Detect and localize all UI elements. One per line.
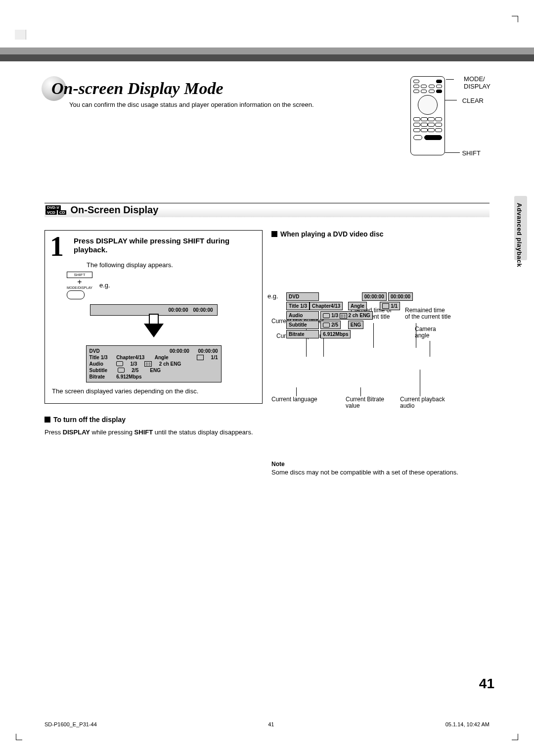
footer-center: 41 [268,721,274,727]
callout-language: Current language [271,396,317,403]
camera-icon [197,355,204,360]
spine-mark [15,30,26,40]
callout-line [296,387,297,396]
dolby-icon: ▯▯ [340,313,347,319]
gradient-bar-1 [0,47,534,54]
page-intro: You can confirm the disc usage status an… [69,101,336,109]
left-column: 1 Press DISPLAY while pressing SHIFT dur… [44,230,263,476]
callout-line [445,152,460,153]
section-bar: DVD-V VCDCD On-Screen Display [44,203,490,217]
eg-label: e.g. [99,282,110,289]
eg-label: e.g. [267,292,278,300]
page-title: On-screen Display Mode [51,79,490,98]
remote-label-shift: SHIFT [462,149,481,157]
camera-icon [382,303,389,309]
step-number: 1 [50,233,64,260]
step-box: 1 Press DISPLAY while pressing SHIFT dur… [44,230,263,404]
disc-type-badges: DVD-V VCDCD [45,205,66,215]
turn-off-text: Press DISPLAY while pressing SHIFT until… [44,428,263,436]
speech-icon [116,361,123,366]
page-number: 41 [479,676,494,692]
crop-mark [16,734,22,740]
gradient-bar-2 [0,54,534,61]
crop-mark [512,734,518,740]
osd-large: DVD00:00:00 00:00:00 Title 1/3 Chapter4/… [86,345,222,382]
right-column: When playing a DVD video disc Current ti… [271,230,490,476]
callout-line [420,370,420,396]
dvd-heading: When playing a DVD video disc [271,230,490,238]
section-heading: On-Screen Display [70,204,158,216]
callout-bitrate: Current Bitrate value [346,396,384,410]
note-heading: Note [271,461,490,468]
shift-key-icon: SHIFT + MODE/DISPLAY [67,272,92,299]
callout-line [445,100,457,100]
step-subtext: The following display appears. [87,261,255,269]
osd-annotated: e.g. DVD 00:00:00 00:00:00 Title 1/3Chap… [286,292,440,338]
callout-line [323,338,324,357]
callout-line [430,341,430,357]
speech-icon [323,313,330,318]
side-tab: Advanced playback [516,203,523,267]
down-arrow-icon [144,324,164,337]
step-title: Press DISPLAY while pressing SHIFT durin… [74,236,255,254]
footer-left: SD-P1600_E_P31-44 [44,721,97,727]
dolby-icon: ▯▯ [144,361,152,367]
crop-mark [512,16,518,22]
turn-off-heading: To turn off the display [44,416,263,424]
speech-icon [323,323,330,328]
callout-line [360,387,361,396]
remote-label-clear: CLEAR [462,97,484,104]
speech-icon [118,368,125,373]
manual-page: On-screen Display Mode You can confirm t… [0,0,534,756]
footer-right: 05.1.14, 10:42 AM [445,721,490,727]
varies-note: The screen displayed varies depending on… [52,387,255,395]
callout-audio: Current playback audio [400,396,445,410]
footer: SD-P1600_E_P31-44 41 05.1.14, 10:42 AM [44,721,490,727]
note-text: Some discs may not be compatible with a … [271,469,490,476]
